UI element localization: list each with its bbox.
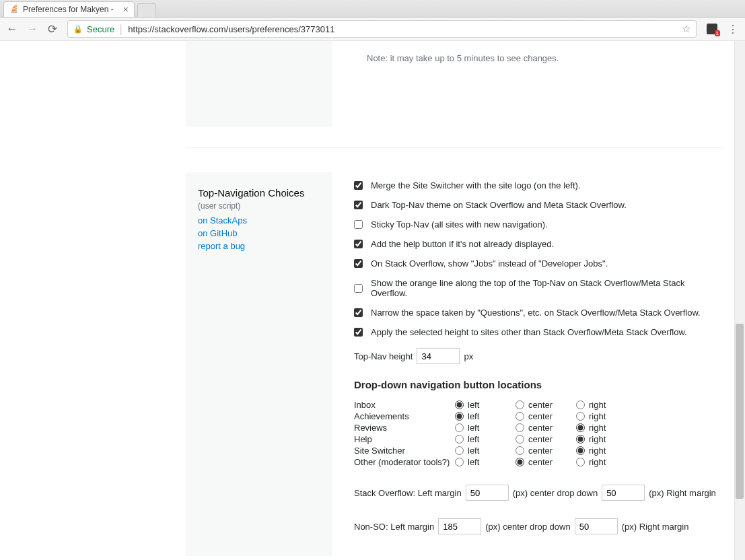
option-row-3[interactable]: Add the help button if it's not already … bbox=[354, 239, 722, 249]
page-viewport: Note: it may take up to 5 minutes to see… bbox=[0, 41, 745, 560]
svg-rect-0 bbox=[11, 11, 17, 13]
chrome-menu-icon[interactable]: ⋮ bbox=[728, 23, 738, 36]
browser-tab-strip: Preferences for Makyen - × bbox=[0, 0, 745, 18]
sidebar-link-stackapps[interactable]: on StackAps bbox=[198, 215, 320, 228]
height-input[interactable] bbox=[417, 348, 460, 364]
sidebar-link-github[interactable]: on GitHub bbox=[198, 228, 320, 240]
dropdown-location-table: InboxleftcenterrightAchievementsleftcent… bbox=[354, 400, 722, 467]
option-label-5: Show the orange line along the top of th… bbox=[371, 278, 722, 298]
topnav-choices-section: Top-Navigation Choices (user script) on … bbox=[186, 172, 729, 556]
new-tab-button[interactable] bbox=[137, 3, 156, 17]
dd-3-left[interactable]: left bbox=[455, 434, 516, 444]
nonso-right-margin-input[interactable] bbox=[575, 518, 618, 534]
dd-radio-3-left[interactable] bbox=[455, 435, 464, 444]
dd-3-center[interactable]: center bbox=[516, 434, 576, 444]
option-label-2: Sticky Top-Nav (all sites with new navig… bbox=[371, 219, 548, 230]
back-button[interactable]: ← bbox=[7, 22, 17, 36]
dd-radio-5-center[interactable] bbox=[516, 458, 524, 466]
tab-title: Preferences for Makyen - bbox=[23, 5, 119, 14]
option-checkbox-6[interactable] bbox=[354, 308, 363, 317]
dd-1-center[interactable]: center bbox=[516, 411, 576, 421]
dd-2-left[interactable]: left bbox=[455, 423, 516, 433]
browser-toolbar: ← → ⟳ 🔒 Secure │ https://stackoverflow.c… bbox=[0, 18, 745, 41]
tab-close-icon[interactable]: × bbox=[123, 4, 129, 15]
dd-radio-1-center[interactable] bbox=[516, 412, 524, 421]
save-note-text: Note: it may take up to 5 minutes to see… bbox=[367, 53, 745, 63]
address-bar[interactable]: 🔒 Secure │ https://stackoverflow.com/use… bbox=[67, 20, 697, 38]
dd-radio-4-right[interactable] bbox=[576, 446, 585, 455]
option-label-6: Narrow the space taken by "Questions", e… bbox=[371, 308, 701, 318]
nonso-margin-row: Non-SO: Left margin (px) center drop dow… bbox=[354, 518, 722, 534]
dd-radio-2-center[interactable] bbox=[516, 423, 524, 432]
option-checkbox-1[interactable] bbox=[354, 201, 363, 209]
sidebar-link-bug[interactable]: report a bug bbox=[198, 240, 320, 253]
dd-radio-1-left[interactable] bbox=[455, 412, 464, 421]
dd-radio-0-left[interactable] bbox=[455, 400, 464, 409]
dd-5-left[interactable]: left bbox=[455, 457, 516, 467]
dd-row-name-4: Site Switcher bbox=[354, 446, 455, 456]
forward-button[interactable]: → bbox=[27, 22, 38, 36]
option-checkbox-4[interactable] bbox=[354, 259, 363, 268]
dd-0-right[interactable]: right bbox=[576, 400, 623, 410]
sidebar-subtitle: (user script) bbox=[198, 201, 320, 211]
extension-icon[interactable]: 1 bbox=[706, 23, 718, 35]
scrollbar-thumb[interactable] bbox=[736, 324, 744, 499]
dd-5-right[interactable]: right bbox=[576, 457, 623, 467]
option-row-2[interactable]: Sticky Top-Nav (all sites with new navig… bbox=[354, 219, 722, 230]
dd-0-left[interactable]: left bbox=[455, 400, 516, 410]
option-checkbox-2[interactable] bbox=[354, 220, 363, 229]
so-favicon-icon bbox=[9, 5, 19, 14]
option-checkbox-3[interactable] bbox=[354, 240, 363, 248]
dd-radio-4-center[interactable] bbox=[516, 446, 524, 455]
secure-label: Secure bbox=[87, 24, 114, 34]
dd-row-name-5: Other (moderator tools?) bbox=[354, 457, 455, 467]
dd-3-right[interactable]: right bbox=[576, 434, 623, 444]
option-checkbox-7[interactable] bbox=[354, 328, 363, 337]
option-row-0[interactable]: Merge the Site Switcher with the site lo… bbox=[354, 180, 722, 190]
dd-radio-0-center[interactable] bbox=[516, 400, 524, 409]
dd-1-right[interactable]: right bbox=[576, 411, 623, 421]
browser-tab-active[interactable]: Preferences for Makyen - × bbox=[3, 1, 135, 17]
so-left-margin-input[interactable] bbox=[466, 485, 509, 501]
option-checkbox-0[interactable] bbox=[354, 181, 363, 190]
dd-row-name-0: Inbox bbox=[354, 400, 455, 410]
option-row-4[interactable]: On Stack Overflow, show "Jobs" instead o… bbox=[354, 258, 722, 269]
option-row-6[interactable]: Narrow the space taken by "Questions", e… bbox=[354, 308, 722, 318]
height-label: Top-Nav height bbox=[354, 351, 413, 361]
nonso-left-margin-input[interactable] bbox=[438, 518, 481, 534]
dd-radio-5-left[interactable] bbox=[455, 458, 464, 466]
dd-radio-2-right[interactable] bbox=[576, 423, 585, 432]
option-row-5[interactable]: Show the orange line along the top of th… bbox=[354, 278, 722, 298]
so-right-margin-input[interactable] bbox=[602, 485, 645, 501]
so-margin-row: Stack Overflow: Left margin (px) center … bbox=[354, 485, 722, 501]
dd-2-center[interactable]: center bbox=[516, 423, 576, 433]
option-label-7: Apply the selected height to sites other… bbox=[371, 327, 687, 337]
reload-button[interactable]: ⟳ bbox=[47, 22, 58, 36]
dd-4-right[interactable]: right bbox=[576, 446, 623, 456]
dd-0-center[interactable]: center bbox=[516, 400, 576, 410]
dd-5-center[interactable]: center bbox=[516, 457, 576, 467]
option-label-3: Add the help button if it's not already … bbox=[371, 239, 554, 249]
section-divider bbox=[186, 147, 725, 148]
dd-4-center[interactable]: center bbox=[516, 446, 576, 456]
option-row-7[interactable]: Apply the selected height to sites other… bbox=[354, 327, 722, 337]
option-checkbox-5[interactable] bbox=[354, 284, 363, 293]
url-text: https://stackoverflow.com/users/preferen… bbox=[128, 24, 334, 34]
dd-radio-3-center[interactable] bbox=[516, 435, 524, 444]
dd-2-right[interactable]: right bbox=[576, 423, 623, 433]
dd-radio-3-right[interactable] bbox=[576, 435, 585, 444]
dd-radio-0-right[interactable] bbox=[576, 400, 585, 409]
dd-radio-4-left[interactable] bbox=[455, 446, 464, 455]
dd-radio-5-right[interactable] bbox=[576, 458, 585, 466]
section-sidebar: Top-Navigation Choices (user script) on … bbox=[186, 172, 332, 556]
dd-4-left[interactable]: left bbox=[455, 446, 516, 456]
option-label-0: Merge the Site Switcher with the site lo… bbox=[371, 180, 580, 190]
dropdown-heading: Drop-down navigation button locations bbox=[354, 379, 722, 390]
dd-radio-1-right[interactable] bbox=[576, 412, 585, 421]
scrollbar-track[interactable] bbox=[734, 41, 745, 560]
bookmark-star-icon[interactable]: ☆ bbox=[682, 23, 690, 35]
option-row-1[interactable]: Dark Top-Nav theme on Stack Overflow and… bbox=[354, 200, 722, 210]
dd-1-left[interactable]: left bbox=[455, 411, 516, 421]
dd-row-name-3: Help bbox=[354, 434, 455, 444]
dd-radio-2-left[interactable] bbox=[455, 423, 464, 432]
